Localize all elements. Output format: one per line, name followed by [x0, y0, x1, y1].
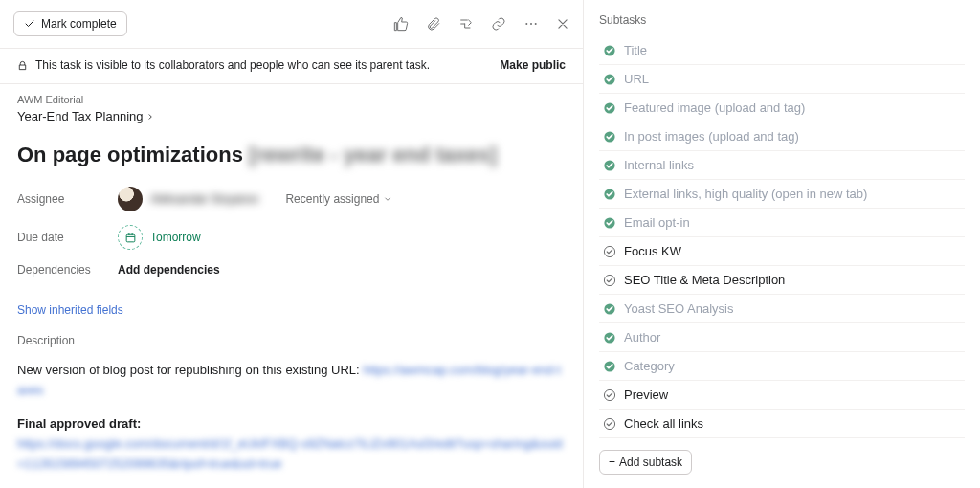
subtask-row[interactable]: Category [599, 352, 965, 381]
more-horizontal-icon [523, 16, 539, 32]
subtask-row[interactable]: Check all links [599, 410, 965, 438]
description-body[interactable]: New version of blog post for republishin… [17, 361, 566, 474]
avatar [118, 187, 143, 211]
parent-task-label: Year-End Tax Planning [17, 109, 144, 123]
subtask-row[interactable]: Author [599, 323, 965, 352]
subtask-row[interactable]: SEO Title & Meta Description [599, 266, 965, 295]
check-complete-icon[interactable] [603, 101, 616, 115]
due-date-text: Tomorrow [150, 231, 201, 244]
more-button[interactable] [523, 16, 539, 32]
check-complete-icon[interactable] [603, 130, 616, 144]
subtask-row[interactable]: Internal links [599, 151, 965, 180]
calendar-icon [118, 225, 143, 250]
subtask-row[interactable]: Preview [599, 381, 965, 410]
desc-draft-link[interactable]: https://docs.google.com/document/d/1f_eU… [17, 436, 563, 471]
make-public-button[interactable]: Make public [500, 58, 566, 72]
check-complete-icon[interactable] [603, 73, 616, 86]
subtask-label: Title [624, 43, 647, 57]
mark-complete-button[interactable]: Mark complete [13, 11, 127, 36]
dependencies-field: Dependencies Add dependencies [17, 263, 566, 277]
subtask-row[interactable]: In post images (upload and tag) [599, 122, 965, 151]
lock-icon [17, 60, 28, 71]
subtask-label: External links, high quality (open in ne… [624, 187, 867, 201]
due-date-label: Due date [17, 231, 118, 244]
task-content: AWM Editorial Year-End Tax Planning On p… [0, 84, 583, 488]
check-complete-icon[interactable] [603, 216, 616, 230]
parent-task-link[interactable]: Year-End Tax Planning [17, 109, 155, 123]
svg-point-1 [530, 23, 532, 25]
subtask-row[interactable]: External links, high quality (open in ne… [599, 180, 965, 209]
like-button[interactable] [393, 16, 409, 32]
assignee-name: Aleksandar Stoyanov [150, 192, 258, 206]
mark-complete-label: Mark complete [41, 17, 117, 31]
subtask-label: In post images (upload and tag) [624, 129, 799, 144]
check-complete-icon[interactable] [603, 302, 616, 316]
project-name[interactable]: AWM Editorial [17, 94, 566, 105]
subtasks-pane: Subtasks TitleURLFeatured image (upload … [584, 0, 980, 488]
recently-assigned-dropdown[interactable]: Recently assigned [285, 192, 392, 206]
subtask-label: Check all links [624, 416, 703, 431]
subtask-label: Author [624, 330, 660, 344]
close-button[interactable] [556, 17, 569, 31]
subtask-icon [458, 16, 474, 32]
check-open-icon[interactable] [603, 417, 616, 431]
svg-rect-3 [126, 234, 135, 242]
check-complete-icon[interactable] [603, 44, 616, 57]
svg-point-0 [525, 23, 527, 25]
subtask-row[interactable]: URL [599, 65, 965, 94]
subtask-row[interactable]: Email opt-in [599, 209, 965, 237]
paperclip-icon [426, 16, 441, 32]
svg-point-2 [535, 23, 537, 25]
subtask-list: TitleURLFeatured image (upload and tag)I… [599, 36, 965, 438]
assignee-value[interactable]: Aleksandar Stoyanov [118, 187, 258, 211]
subtasks-header: Subtasks [599, 13, 965, 31]
check-open-icon[interactable] [603, 245, 616, 258]
subtask-row[interactable]: Featured image (upload and tag) [599, 94, 965, 122]
subtask-label: Email opt-in [624, 215, 690, 230]
subtask-label: Focus KW [624, 244, 681, 258]
add-subtask-label: Add subtask [619, 455, 682, 469]
chevron-down-icon [383, 194, 392, 204]
subtask-label: Internal links [624, 158, 694, 172]
add-subtask-button[interactable]: + Add subtask [599, 450, 692, 475]
subtask-row[interactable]: Yoast SEO Analysis [599, 295, 965, 323]
toolbar-actions [393, 16, 569, 32]
check-complete-icon[interactable] [603, 360, 616, 373]
subtask-row[interactable]: Focus KW [599, 237, 965, 266]
task-detail-pane: Mark complete [0, 0, 584, 488]
desc-draft-heading: Final approved draft: [17, 414, 566, 434]
show-inherited-fields-link[interactable]: Show inherited fields [17, 303, 123, 317]
check-open-icon[interactable] [603, 388, 616, 402]
check-icon [24, 18, 35, 30]
task-title-main: On page optimizations [17, 143, 243, 167]
check-open-icon[interactable] [603, 274, 616, 287]
check-complete-icon[interactable] [603, 188, 616, 201]
subtask-button[interactable] [458, 16, 474, 32]
subtask-label: URL [624, 72, 649, 86]
check-complete-icon[interactable] [603, 331, 616, 344]
due-date-value[interactable]: Tomorrow [118, 225, 201, 250]
due-date-field: Due date Tomorrow [17, 225, 566, 250]
link-icon [491, 16, 506, 32]
subtask-label: Preview [624, 388, 668, 402]
link-button[interactable] [491, 16, 506, 32]
add-dependencies-button[interactable]: Add dependencies [118, 263, 220, 277]
description-label: Description [17, 334, 566, 347]
task-title[interactable]: On page optimizations [rewrite - year en… [17, 143, 566, 167]
desc-line1-text: New version of blog post for republishin… [17, 363, 363, 377]
plus-icon: + [609, 455, 615, 469]
chevron-right-icon [145, 112, 155, 122]
subtask-row[interactable]: Title [599, 36, 965, 65]
subtask-label: Featured image (upload and tag) [624, 100, 805, 115]
task-toolbar: Mark complete [0, 0, 583, 49]
visibility-message: This task is visible to its collaborator… [35, 58, 430, 72]
assignee-field: Assignee Aleksandar Stoyanov Recently as… [17, 187, 566, 211]
task-title-suffix: [rewrite - year end taxes] [249, 143, 497, 167]
visibility-bar: This task is visible to its collaborator… [0, 49, 583, 84]
thumbs-up-icon [393, 16, 409, 32]
attachment-button[interactable] [426, 16, 441, 32]
subtask-label: SEO Title & Meta Description [624, 273, 785, 287]
check-complete-icon[interactable] [603, 159, 616, 172]
dependencies-label: Dependencies [17, 263, 118, 277]
subtask-label: Yoast SEO Analysis [624, 301, 733, 316]
